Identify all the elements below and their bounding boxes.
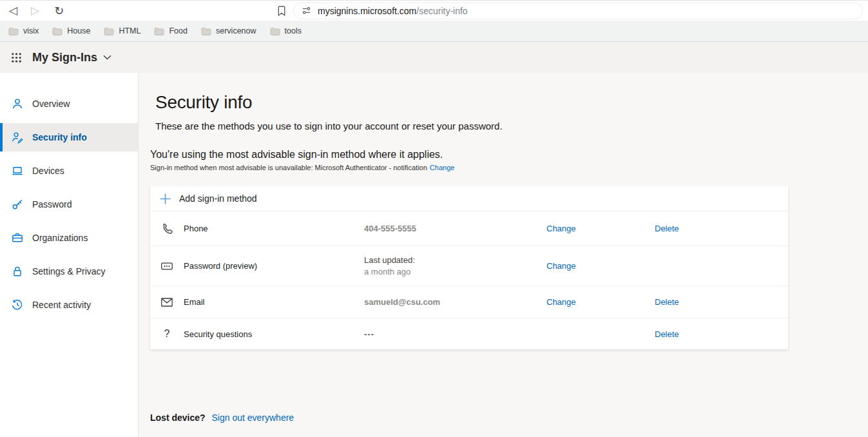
chevron-down-icon[interactable] (103, 55, 111, 60)
advisable-change-link[interactable]: Change (430, 164, 455, 171)
url-path: /security-info (416, 6, 467, 16)
main-panel: Security info These are the methods you … (139, 73, 868, 437)
method-name: Email (184, 297, 364, 307)
phone-icon (160, 222, 174, 236)
sidebar-item-settings-privacy[interactable]: Settings & Privacy (0, 257, 138, 286)
folder-icon (270, 27, 280, 35)
lost-device-footer: Lost device? Sign out everywhere (150, 413, 868, 423)
page-title: Security info (155, 92, 868, 113)
change-link[interactable]: Change (546, 297, 655, 307)
method-value: 404-555-5555 (364, 224, 546, 233)
content: Overview Security info Devices Password … (0, 73, 868, 437)
reload-icon[interactable]: ↻ (54, 5, 64, 17)
app-header: My Sign-Ins (0, 42, 868, 73)
waffle-icon[interactable] (10, 51, 23, 64)
url-text: mysignins.microsoft.com/security-info (318, 6, 468, 16)
tune-icon[interactable] (302, 6, 311, 15)
bookmark-label: House (67, 26, 90, 35)
bookmark-label: visix (23, 26, 39, 35)
bookmark-label: tools (285, 26, 302, 35)
page-subtitle: These are the methods you use to sign in… (155, 121, 868, 131)
sidebar-item-label: Security info (32, 132, 87, 142)
folder-icon (52, 27, 63, 35)
key-icon (11, 198, 24, 211)
change-link[interactable]: Change (546, 261, 655, 271)
bookmarks-bar: visix House HTML Food servicenow tools (0, 21, 868, 42)
advisable-detail: Sign-in method when most advisable is un… (150, 164, 868, 171)
method-row-phone: Phone 404-555-5555 Change Delete (150, 211, 788, 246)
laptop-icon (11, 164, 24, 177)
method-name: Password (preview) (184, 261, 364, 271)
bookmark-folder-food[interactable]: Food (154, 26, 188, 35)
sidebar-item-label: Recent activity (32, 300, 91, 310)
url-host: mysignins.microsoft.com (318, 6, 416, 16)
folder-icon (201, 27, 211, 35)
bookmark-folder-house[interactable]: House (52, 26, 90, 35)
bookmark-folder-visix[interactable]: visix (8, 26, 39, 35)
bookmark-folder-servicenow[interactable]: servicenow (201, 26, 256, 35)
password-icon (160, 259, 174, 273)
last-updated-label: Last updated: (364, 255, 546, 265)
method-value: samueld@csu.com (364, 297, 546, 307)
bookmark-label: servicenow (216, 26, 256, 35)
last-updated-value: a month ago (364, 267, 546, 277)
back-icon[interactable]: ◁ (9, 5, 17, 16)
person-icon (11, 97, 24, 110)
sign-out-everywhere-link[interactable]: Sign out everywhere (211, 413, 294, 423)
delete-link[interactable]: Delete (655, 224, 788, 233)
sidebar-item-label: Password (32, 199, 72, 209)
lock-icon (11, 265, 24, 278)
person-edit-icon (11, 131, 24, 144)
history-icon (11, 298, 24, 311)
sign-in-methods-card: Add sign-in method Phone 404-555-5555 Ch… (150, 186, 788, 349)
bookmark-folder-tools[interactable]: tools (270, 26, 302, 35)
forward-icon: ▷ (31, 5, 39, 16)
method-name: Phone (184, 224, 364, 233)
plus-icon (159, 193, 171, 205)
method-name: Security questions (184, 329, 364, 339)
sidebar-item-label: Devices (32, 166, 64, 176)
advisable-detail-text: Sign-in method when most advisable is un… (150, 164, 427, 171)
app-title: My Sign-Ins (32, 51, 97, 64)
question-icon: ? (164, 328, 170, 340)
bookmark-folder-html[interactable]: HTML (104, 26, 140, 35)
method-row-password: Password (preview) Last updated: a month… (150, 246, 788, 286)
method-value: Last updated: a month ago (364, 255, 546, 277)
delete-link[interactable]: Delete (655, 329, 788, 339)
change-link[interactable]: Change (546, 224, 655, 233)
sidebar-item-security-info[interactable]: Security info (0, 123, 138, 151)
browser-toolbar: ◁ ▷ ↻ mysignins.microsoft.com/security-i… (0, 0, 868, 21)
sidebar-item-label: Overview (32, 99, 70, 109)
sidebar-item-label: Organizations (32, 233, 88, 243)
folder-icon (8, 27, 19, 35)
folder-icon (104, 27, 114, 35)
lost-device-label: Lost device? (150, 413, 206, 423)
sidebar-item-label: Settings & Privacy (32, 266, 106, 277)
briefcase-icon (11, 231, 24, 244)
email-icon (160, 295, 174, 309)
bookmark-icon[interactable] (276, 5, 287, 17)
add-sign-in-method-button[interactable]: Add sign-in method (150, 186, 788, 211)
sidebar-item-organizations[interactable]: Organizations (0, 224, 138, 252)
add-sign-in-method-label: Add sign-in method (179, 193, 257, 204)
method-value: --- (364, 329, 546, 339)
advisable-heading: You're using the most advisable sign-in … (150, 149, 868, 160)
address-bar[interactable]: mysignins.microsoft.com/security-info (293, 3, 863, 19)
bookmark-label: Food (169, 26, 188, 35)
folder-icon (154, 27, 164, 35)
sidebar: Overview Security info Devices Password … (0, 73, 139, 437)
sidebar-item-overview[interactable]: Overview (0, 90, 138, 118)
sidebar-item-password[interactable]: Password (0, 190, 138, 218)
method-row-email: Email samueld@csu.com Change Delete (150, 286, 788, 318)
bookmark-label: HTML (119, 26, 140, 35)
method-row-security-questions: ? Security questions --- Delete (150, 318, 788, 349)
sidebar-item-recent-activity[interactable]: Recent activity (0, 291, 138, 319)
sidebar-item-devices[interactable]: Devices (0, 157, 138, 185)
delete-link[interactable]: Delete (655, 297, 788, 307)
